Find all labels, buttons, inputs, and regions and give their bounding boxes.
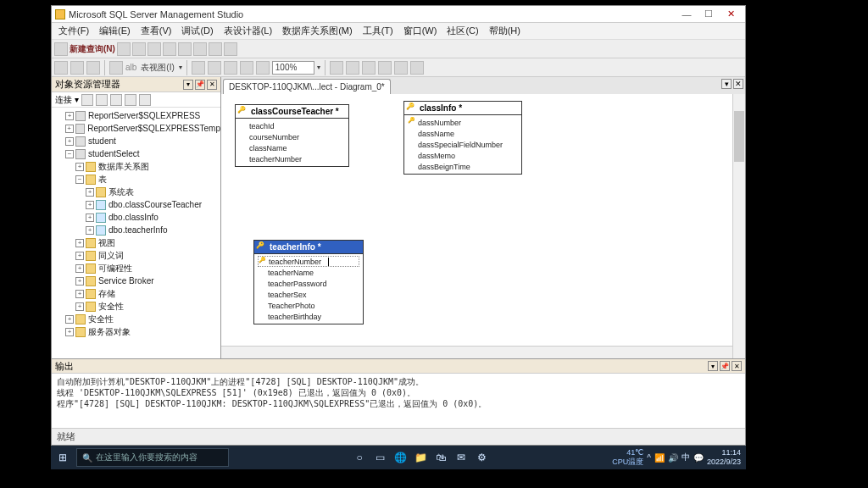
menu-edit[interactable]: 编辑(E): [94, 23, 136, 39]
tree-node[interactable]: +视图: [52, 236, 220, 249]
menu-view[interactable]: 查看(V): [136, 23, 177, 39]
table-column[interactable]: teachId: [239, 120, 345, 131]
edge-icon[interactable]: 🌐: [391, 448, 409, 467]
diagram-canvas[interactable]: classCourseTeacher * teachId courseNumbe…: [221, 94, 745, 358]
diagram-table-classcourseteacher[interactable]: classCourseTeacher * teachId courseNumbe…: [235, 104, 349, 167]
menu-tools[interactable]: 工具(T): [358, 23, 398, 39]
tree-node[interactable]: +dbo.teacherInfo: [52, 224, 220, 236]
toolbar-icon[interactable]: [378, 61, 392, 75]
store-icon[interactable]: 🛍: [431, 448, 450, 467]
menu-table-designer[interactable]: 表设计器(L): [219, 23, 277, 39]
table-column[interactable]: TeacherPhoto: [258, 300, 359, 311]
close-button[interactable]: ✕: [720, 7, 742, 22]
tree-node[interactable]: +ReportServer$SQLEXPRESS: [52, 109, 220, 122]
system-tray[interactable]: 41℃ CPU温度 ^ 📶 🔊 中 💬 11:14 2022/9/23: [612, 448, 746, 467]
tree-node[interactable]: +ReportServer$SQLEXPRESSTemp: [52, 122, 220, 135]
toolbar-icon[interactable]: [70, 61, 84, 75]
toolbar-icon[interactable]: [132, 42, 146, 56]
zoom-combo[interactable]: 100%: [272, 61, 314, 75]
table-column[interactable]: dassNumber: [408, 117, 518, 128]
table-column[interactable]: dassMemo: [408, 150, 518, 161]
chevron-up-icon[interactable]: ^: [647, 453, 651, 463]
close-icon[interactable]: ✕: [732, 361, 742, 371]
settings-icon[interactable]: ⚙: [472, 448, 491, 467]
ime-icon[interactable]: 中: [682, 452, 690, 463]
network-icon[interactable]: 📶: [654, 453, 665, 463]
toolbar-icon[interactable]: [81, 94, 93, 106]
menu-file[interactable]: 文件(F): [53, 23, 94, 39]
table-column[interactable]: teacherNumber: [258, 256, 359, 267]
toolbar-icon[interactable]: [54, 61, 68, 75]
close-icon[interactable]: ✕: [733, 79, 743, 89]
toolbar-icon[interactable]: [125, 94, 136, 106]
toolbar-icon[interactable]: [110, 94, 122, 106]
table-column[interactable]: teacherNumber: [239, 153, 345, 164]
scrollbar-horizontal[interactable]: [221, 346, 732, 358]
dropdown-icon[interactable]: ▾: [183, 80, 193, 90]
tab-diagram[interactable]: DESKTOP-110QJKM\...lect - Diagram_0*: [223, 79, 391, 94]
toolbar-icon[interactable]: [147, 42, 161, 56]
toolbar-icon[interactable]: [86, 61, 100, 75]
menu-db-diagram[interactable]: 数据库关系图(M): [277, 23, 358, 39]
pin-icon[interactable]: 📌: [720, 361, 730, 371]
toolbar-icon[interactable]: [208, 61, 221, 75]
new-query-button[interactable]: 新建查询(N): [70, 43, 115, 55]
toolbar-icon[interactable]: [139, 94, 151, 106]
toolbar-icon[interactable]: [192, 61, 205, 75]
toolbar-icon[interactable]: [96, 94, 108, 106]
tree-node[interactable]: +安全性: [52, 313, 220, 325]
tree-node[interactable]: +系统表: [52, 186, 220, 198]
connect-dropdown[interactable]: 连接 ▾: [55, 94, 79, 106]
tree-node[interactable]: +可编程性: [52, 262, 220, 274]
toolbar-icon[interactable]: [256, 61, 270, 75]
dropdown-icon[interactable]: ▾: [179, 64, 182, 71]
minimize-button[interactable]: —: [676, 7, 698, 22]
toolbar-icon[interactable]: [224, 61, 237, 75]
toolbar-icon[interactable]: [109, 61, 123, 75]
table-column[interactable]: dassSpecialFieldNumber: [408, 139, 518, 150]
dropdown-icon[interactable]: ▾: [708, 361, 718, 371]
output-text[interactable]: 自动附加到计算机"DESKTOP-110QJKM"上的进程"[4728] [SQ…: [52, 374, 745, 428]
table-column[interactable]: courseNumber: [239, 131, 345, 142]
menu-debug[interactable]: 调试(D): [176, 23, 218, 39]
mail-icon[interactable]: ✉: [452, 448, 470, 467]
start-button[interactable]: ⊞: [51, 446, 75, 469]
explorer-icon[interactable]: 📁: [411, 448, 430, 467]
toolbar-icon[interactable]: [410, 61, 424, 75]
toolbar-icon[interactable]: [240, 61, 253, 75]
tree-node[interactable]: −studentSelect: [52, 147, 220, 160]
maximize-button[interactable]: ☐: [698, 7, 720, 22]
toolbar-icon[interactable]: [178, 42, 192, 56]
table-column[interactable]: teacherSex: [258, 289, 359, 300]
notification-icon[interactable]: 💬: [693, 453, 704, 463]
dropdown-icon[interactable]: ▾: [317, 64, 320, 71]
table-column[interactable]: dassName: [408, 128, 518, 139]
table-column[interactable]: dassBeignTime: [408, 161, 518, 172]
tree-node[interactable]: +存储: [52, 287, 220, 300]
diagram-table-classinfo[interactable]: classInfo * dassNumber dassName dassSpec…: [403, 101, 522, 175]
toolbar-icon[interactable]: [346, 61, 359, 75]
toolbar-icon[interactable]: [362, 61, 376, 75]
table-column[interactable]: teacherBirthday: [258, 311, 359, 322]
table-column[interactable]: teacherName: [258, 267, 359, 278]
cortana-icon[interactable]: ○: [350, 448, 369, 467]
toolbar-icon[interactable]: [193, 42, 207, 56]
table-column[interactable]: className: [239, 142, 345, 153]
toolbar-icon[interactable]: [209, 42, 222, 56]
taskview-icon[interactable]: ▭: [370, 448, 389, 467]
menu-help[interactable]: 帮助(H): [484, 23, 526, 39]
tree-node[interactable]: +安全性: [52, 300, 220, 313]
volume-icon[interactable]: 🔊: [668, 453, 678, 463]
tree-node[interactable]: −表: [52, 173, 220, 186]
toolbar-icon[interactable]: [224, 42, 237, 56]
toolbar-icon[interactable]: [117, 42, 131, 56]
menu-window[interactable]: 窗口(W): [398, 23, 442, 39]
pin-icon[interactable]: 📌: [195, 80, 205, 90]
toolbar-icon[interactable]: [394, 61, 408, 75]
toolbar-icon[interactable]: [330, 61, 343, 75]
tree-node[interactable]: +同义词: [52, 249, 220, 262]
tree-node[interactable]: +dbo.classCourseTeacher: [52, 198, 220, 211]
menu-community[interactable]: 社区(C): [442, 23, 483, 39]
table-view-dropdown[interactable]: 表视图(I): [139, 62, 175, 74]
tree-node[interactable]: +数据库关系图: [52, 160, 220, 173]
